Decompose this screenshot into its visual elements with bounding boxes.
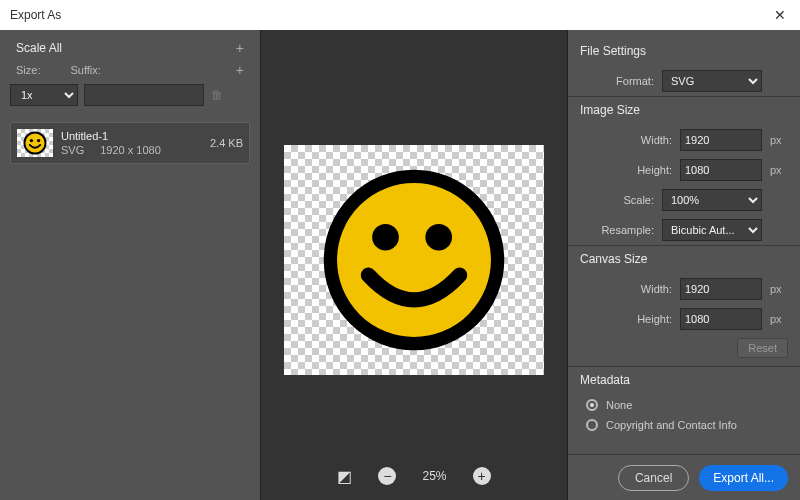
file-thumbnail: [17, 129, 53, 157]
svg-point-0: [24, 132, 45, 153]
file-list-item[interactable]: Untitled-1 SVG 1920 x 1080 2.4 KB: [10, 122, 250, 164]
right-panel: File Settings Format: SVG Image Size Wid…: [568, 30, 800, 500]
contrast-icon[interactable]: ◩: [337, 467, 352, 486]
svg-point-3: [330, 176, 497, 343]
window-title: Export As: [10, 8, 61, 22]
dialog-footer: Cancel Export All...: [568, 454, 800, 500]
zoom-toolbar: ◩ − 25% +: [261, 458, 567, 500]
file-dims: 1920 x 1080: [100, 144, 161, 156]
img-height-label: Height:: [580, 164, 672, 176]
delete-icon[interactable]: 🗑: [210, 88, 224, 102]
metadata-heading: Metadata: [568, 367, 800, 395]
preview-image: [319, 165, 509, 355]
radio-icon: [586, 399, 598, 411]
canvas-height-input[interactable]: [680, 308, 762, 330]
svg-point-4: [372, 224, 399, 251]
add-scale-button[interactable]: +: [236, 40, 244, 56]
file-name: Untitled-1: [61, 130, 202, 142]
smiley-icon: [23, 131, 47, 155]
cancel-button[interactable]: Cancel: [618, 465, 689, 491]
svg-point-2: [37, 139, 40, 142]
titlebar: Export As ✕: [0, 0, 800, 30]
export-all-button[interactable]: Export All...: [699, 465, 788, 491]
close-icon: ✕: [774, 7, 786, 23]
scale-all-label: Scale All: [16, 41, 62, 55]
radio-icon: [586, 419, 598, 431]
preview-panel: ◩ − 25% +: [260, 30, 568, 500]
add-size-button[interactable]: +: [236, 62, 244, 78]
preview-viewport[interactable]: [261, 30, 567, 458]
img-height-input[interactable]: [680, 159, 762, 181]
zoom-out-button[interactable]: −: [378, 467, 396, 485]
size-select[interactable]: 1x: [10, 84, 78, 106]
canvas-width-input[interactable]: [680, 278, 762, 300]
zoom-level: 25%: [422, 469, 446, 483]
resample-label: Resample:: [580, 224, 654, 236]
format-select[interactable]: SVG: [662, 70, 762, 92]
image-size-heading: Image Size: [568, 97, 800, 125]
svg-point-5: [425, 224, 452, 251]
px-unit: px: [770, 134, 788, 146]
img-width-input[interactable]: [680, 129, 762, 151]
reset-button[interactable]: Reset: [737, 338, 788, 358]
zoom-in-button[interactable]: +: [473, 467, 491, 485]
metadata-copyright-radio[interactable]: Copyright and Contact Info: [568, 415, 800, 435]
close-button[interactable]: ✕: [760, 0, 800, 30]
metadata-none-radio[interactable]: None: [568, 395, 800, 415]
format-label: Format:: [580, 75, 654, 87]
svg-point-1: [30, 139, 33, 142]
file-format: SVG: [61, 144, 84, 156]
preview-canvas: [284, 145, 544, 375]
resample-select[interactable]: Bicubic Aut...: [662, 219, 762, 241]
file-settings-heading: File Settings: [568, 38, 800, 66]
dialog-body: Scale All + Size: Suffix: + 1x 🗑: [0, 30, 800, 500]
file-size: 2.4 KB: [210, 137, 243, 149]
left-panel: Scale All + Size: Suffix: + 1x 🗑: [0, 30, 260, 500]
scale-label: Scale:: [580, 194, 654, 206]
canvas-size-heading: Canvas Size: [568, 246, 800, 274]
size-label: Size:: [16, 64, 40, 76]
suffix-input[interactable]: [84, 84, 204, 106]
scale-select[interactable]: 100%: [662, 189, 762, 211]
suffix-label: Suffix:: [70, 64, 100, 76]
img-width-label: Width:: [580, 134, 672, 146]
